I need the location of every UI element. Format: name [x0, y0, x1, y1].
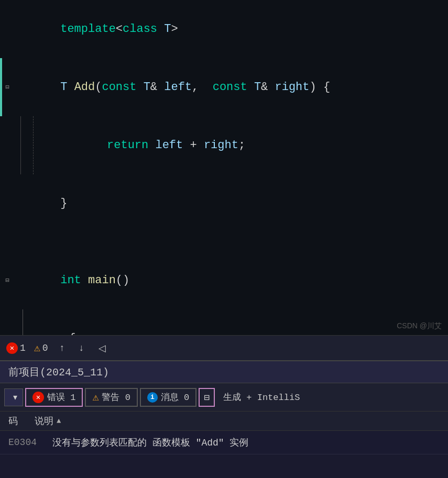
navigate-up-button[interactable]: ↑ [57, 341, 68, 354]
column-code-label: 码 [8, 415, 18, 427]
code-text-2: T Add(const T& left, const T& right) { [15, 58, 448, 116]
code-line-3: return left + right; [0, 116, 448, 174]
warning-filter-button[interactable]: ⚠ 警告 0 [85, 388, 137, 407]
gutter-1 [0, 0, 15, 58]
error-count: 1 [20, 343, 26, 353]
filter-button[interactable]: ◁ [95, 341, 109, 355]
column-code-header: 码 [8, 415, 18, 427]
code-line-6: ⊟ int main() [0, 251, 448, 309]
chevron-down-icon: ▾ [13, 392, 17, 402]
column-desc-label: 说明 [35, 415, 53, 427]
filter-lines-icon: ⊟ [204, 392, 210, 403]
collapse-icon-2[interactable]: ⊟ [5, 83, 9, 91]
gutter-6: ⊟ [0, 251, 15, 309]
sort-ascending-icon: ▲ [57, 417, 61, 425]
info-badge-icon: i [147, 392, 158, 403]
code-line-7: { [0, 309, 448, 335]
warning-icon: ⚠ [34, 341, 40, 354]
advanced-filter-button[interactable]: ⊟ [199, 388, 215, 407]
filter-dropdown-button[interactable]: ▾ [4, 388, 23, 406]
keyword-template: template [60, 23, 116, 36]
warning-count: 0 [42, 343, 48, 353]
indent-bar-3 [15, 116, 21, 174]
code-text-7: { [23, 309, 448, 335]
panel-toolbar: ▾ ✕ 错误 1 ⚠ 警告 0 i 消息 0 ⊟ 生成 + IntelliS [0, 383, 448, 412]
gutter-4 [0, 174, 15, 232]
column-desc-header: 说明 ▲ [35, 415, 61, 427]
editor-status-bar: ✕ 1 ⚠ 0 ↑ ↓ ◁ [0, 335, 448, 360]
bottom-panel: 前项目(2024_5_11) ▾ ✕ 错误 1 ⚠ 警告 0 i 消息 0 ⊟ … [0, 360, 448, 454]
gutter-2: ⊟ [0, 58, 15, 116]
dashed-bar-3 [21, 116, 34, 174]
error-filter-label: 错误 1 [47, 391, 75, 403]
code-line-2: ⊟ T Add(const T& left, const T& right) { [0, 58, 448, 116]
gutter-3 [0, 116, 15, 174]
error-code-cell: E0304 [8, 437, 40, 448]
warning-badge-icon: ⚠ [92, 391, 99, 404]
panel-title-bar: 前项目(2024_5_11) [0, 361, 448, 383]
error-table-row[interactable]: E0304 没有与参数列表匹配的 函数模板 "Add" 实例 [0, 431, 448, 454]
code-text-3: return left + right; [34, 116, 448, 174]
watermark: CSDN @川艾 [397, 321, 442, 331]
error-icon: ✕ [6, 342, 18, 354]
error-description-cell: 没有与参数列表匹配的 函数模板 "Add" 实例 [52, 436, 440, 449]
error-status[interactable]: ✕ 1 [6, 342, 26, 354]
warning-status[interactable]: ⚠ 0 [34, 341, 48, 354]
gutter-7 [0, 309, 15, 335]
indent-bar-7 [15, 309, 23, 335]
code-editor: template<class T> ⊟ T Add(const T& left,… [0, 0, 448, 335]
code-text-1: template<class T> [15, 0, 448, 58]
warning-filter-label: 警告 0 [102, 391, 130, 403]
error-description-text: 没有与参数列表匹配的 函数模板 "Add" 实例 [52, 438, 248, 448]
code-line-4: } [0, 174, 448, 232]
error-filter-button[interactable]: ✕ 错误 1 [25, 388, 83, 407]
navigate-down-button[interactable]: ↓ [76, 341, 87, 354]
panel-title: 前项目(2024_5_11) [8, 365, 109, 379]
generate-label: 生成 + IntelliS [219, 389, 304, 405]
gutter-5 [0, 232, 15, 251]
code-line-5 [0, 232, 448, 251]
error-badge-icon: ✕ [32, 392, 44, 403]
code-line-1: template<class T> [0, 0, 448, 58]
error-table-header: 码 说明 ▲ [0, 412, 448, 431]
code-text-6: int main() [15, 251, 448, 309]
info-filter-label: 消息 0 [161, 391, 189, 403]
collapse-icon-6[interactable]: ⊟ [5, 276, 9, 284]
code-text-4: } [15, 174, 448, 232]
info-filter-button[interactable]: i 消息 0 [140, 388, 196, 407]
